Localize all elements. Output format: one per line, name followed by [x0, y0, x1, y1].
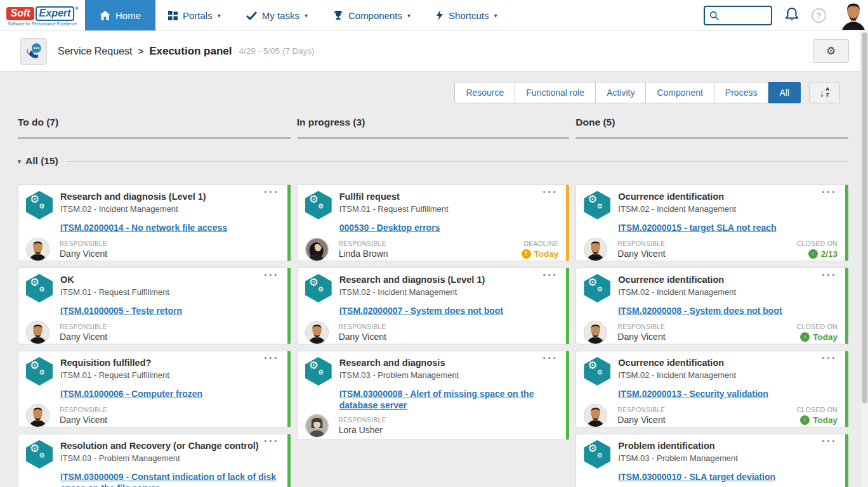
task-card[interactable]: ··· ⚙⚙ Resolution and Recovery (or Chang… [18, 434, 291, 487]
chevron-down-icon: ▾ [494, 12, 497, 19]
record-link[interactable]: ITSM.02000007 - System does not boot [339, 306, 559, 317]
filter-button-resource[interactable]: Resource [454, 82, 515, 103]
process-hexagon-icon: ⚙⚙ [26, 440, 53, 469]
search-input[interactable] [722, 11, 766, 20]
responsible-label: RESPONSIBLE [339, 323, 386, 330]
nav-item-shortcuts[interactable]: Shortcuts ▾ [423, 0, 510, 30]
record-link[interactable]: ITSM.03000010 - SLA target deviation [618, 472, 838, 483]
section-all: ▾ All (15) [18, 155, 848, 167]
record-link[interactable]: ITSM.02000015 - target SLA not reach [618, 223, 838, 234]
notifications-bell-icon[interactable] [785, 8, 799, 23]
filter-button-component[interactable]: Component [646, 82, 714, 103]
record-link[interactable]: ITSM.03000009 - Constant indication of l… [60, 472, 280, 487]
task-card[interactable]: ··· ⚙⚙ Requisition fulfilled? ITSM.01 - … [18, 351, 291, 427]
process-name: ITSM.02 - Incident Management [618, 287, 736, 297]
user-avatar[interactable] [839, 0, 868, 30]
section-label: All (15) [25, 155, 58, 167]
closed-on-badge: CLOSED ON ↑ Today [796, 406, 838, 425]
nav-item-portals[interactable]: Portals ▾ [155, 0, 233, 30]
search-box[interactable] [704, 6, 772, 25]
card-menu-button[interactable]: ··· [822, 435, 837, 448]
logo-registered-mark: ® [75, 6, 78, 11]
closed-value: 2/13 [821, 249, 838, 259]
card-menu-button[interactable]: ··· [264, 186, 279, 199]
section-toggle[interactable]: ▾ All (15) [18, 155, 58, 167]
deadline-warning-icon: ! [522, 249, 531, 259]
record-link[interactable]: ITSM.03000008 - Alert of missing space o… [339, 389, 559, 411]
process-name: ITSM.03 - Problem Management [339, 370, 459, 380]
sort-arrow-icon: ↓ [820, 88, 825, 98]
filter-button-activity[interactable]: Activity [596, 82, 646, 103]
nav-item-label: Shortcuts [449, 10, 489, 21]
closed-value: Today [813, 415, 838, 425]
sort-button[interactable]: ↓ AZ [809, 82, 840, 103]
task-card[interactable]: ··· ⚙⚙ Ocurrence identification ITSM.02 … [575, 351, 848, 427]
help-icon[interactable]: ? [812, 8, 826, 23]
filter-button-functional-role[interactable]: Functional role [515, 82, 596, 103]
column-header-in-progress: In progress (3) [297, 117, 570, 139]
activity-title: Ocurrence identification [618, 358, 736, 368]
vertical-scrollbar[interactable] [860, 30, 868, 487]
task-card[interactable]: ··· ⚙⚙ Ocurrence identification ITSM.02 … [575, 268, 848, 344]
deadline-value: Today [534, 249, 559, 259]
record-link[interactable]: ITSM.01000005 - Teste retorn [60, 306, 280, 317]
nav-item-components[interactable]: Components ▾ [320, 0, 423, 30]
record-link[interactable]: ITSM.02000014 - No network file access [60, 223, 280, 234]
card-menu-button[interactable]: ··· [264, 435, 279, 448]
settings-button[interactable]: ⚙ [813, 39, 849, 63]
column-todo: ··· ⚙⚙ Research and diagnosis (Level 1) … [18, 185, 291, 487]
column-header-done: Done (5) [575, 117, 848, 139]
card-menu-button[interactable]: ··· [542, 269, 558, 282]
responsible-label: RESPONSIBLE [617, 406, 665, 413]
group-by-buttons: Resource Functional role Activity Compon… [454, 82, 801, 103]
record-link[interactable]: ITSM.01000006 - Computer frozen [60, 389, 280, 400]
column-underline [297, 137, 570, 139]
filter-button-all[interactable]: All [768, 82, 801, 103]
nav-item-label: Components [348, 10, 402, 21]
nav-item-label: Home [115, 10, 141, 21]
logo-expert: Expert [36, 6, 75, 21]
process-name: ITSM.01 - Request Fulfillment [60, 287, 169, 297]
record-link[interactable]: ITSM.02000008 - System does not boot [618, 306, 838, 317]
card-menu-button[interactable]: ··· [822, 269, 837, 282]
softexpert-logo[interactable]: Soft Expert ® Software for Performance E… [0, 0, 85, 30]
responsible-avatar [26, 238, 49, 261]
responsible-name: Dany Vicent [339, 332, 386, 342]
card-menu-button[interactable]: ··· [822, 186, 837, 199]
task-card[interactable]: ··· ⚙⚙ Research and diagnosis ITSM.03 - … [297, 351, 570, 440]
scrollbar-thumb[interactable] [862, 32, 867, 403]
task-card[interactable]: ··· ⚙⚙ Fullfil request ITSM.01 - Request… [297, 185, 570, 261]
card-menu-button[interactable]: ··· [542, 352, 558, 365]
task-card[interactable]: ··· ⚙⚙ Research and diagnosis (Level 1) … [18, 185, 291, 261]
closed-on-badge: CLOSED ON ↑ 2/13 [796, 240, 838, 259]
card-menu-button[interactable]: ··· [264, 352, 279, 365]
activity-title: OK [60, 275, 169, 285]
nav-item-home[interactable]: Home [85, 0, 155, 30]
card-menu-button[interactable]: ··· [264, 269, 279, 282]
closed-value: Today [813, 332, 838, 342]
column-done: ··· ⚙⚙ Ocurrence identification ITSM.02 … [575, 185, 848, 487]
home-icon [100, 11, 110, 20]
responsible-name: Dany Vicent [617, 332, 665, 342]
closed-up-arrow-icon: ↑ [808, 249, 818, 259]
section-divider [66, 161, 848, 162]
activity-title: Ocurrence identification [618, 192, 736, 202]
responsible-label: RESPONSIBLE [60, 240, 107, 247]
responsible-avatar [305, 414, 329, 438]
task-card[interactable]: ··· ⚙⚙ OK ITSM.01 - Request Fulfillment … [18, 268, 291, 344]
process-hexagon-icon: ⚙⚙ [26, 191, 53, 219]
task-card[interactable]: ··· ⚙⚙ Problem identification ITSM.03 - … [575, 434, 848, 487]
task-card[interactable]: ··· ⚙⚙ Ocurrence identification ITSM.02 … [575, 185, 848, 261]
task-card[interactable]: ··· ⚙⚙ Research and diagnosis (Level 1) … [297, 268, 570, 344]
nav-item-label: Portals [183, 10, 213, 21]
record-link[interactable]: 000530 - Desktop errors [339, 223, 559, 234]
filter-button-process[interactable]: Process [714, 82, 769, 103]
column-underline [18, 137, 291, 139]
nav-item-label: My tasks [262, 10, 299, 21]
responsible-label: RESPONSIBLE [60, 323, 107, 330]
nav-item-my-tasks[interactable]: My tasks ▾ [233, 0, 320, 30]
record-link[interactable]: ITSM.02000013 - Security validation [618, 389, 838, 400]
breadcrumb-parent[interactable]: Service Request [58, 46, 132, 57]
card-menu-button[interactable]: ··· [822, 352, 837, 365]
card-menu-button[interactable]: ··· [542, 186, 558, 199]
